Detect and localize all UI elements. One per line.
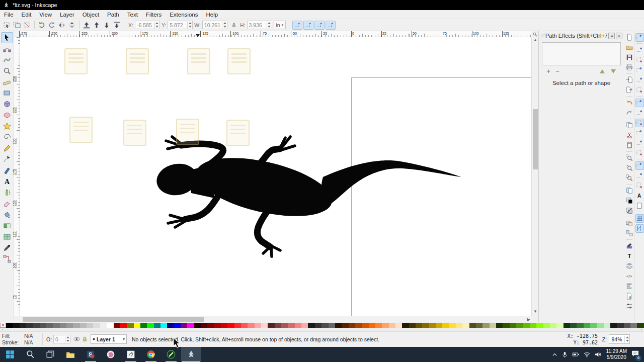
color-swatch[interactable] xyxy=(482,323,489,328)
color-swatch[interactable] xyxy=(637,323,643,328)
color-swatch[interactable] xyxy=(20,323,26,328)
color-swatch[interactable] xyxy=(536,323,543,328)
raise-to-top-icon[interactable] xyxy=(82,21,92,30)
duplicate-icon[interactable] xyxy=(625,187,634,195)
notification-center-icon[interactable]: 6 xyxy=(631,350,639,359)
export-icon[interactable] xyxy=(625,86,634,95)
color-swatch[interactable] xyxy=(570,323,577,328)
snap-path-intersections-icon[interactable] xyxy=(635,119,644,127)
snap-guides-icon[interactable] xyxy=(635,224,644,233)
color-swatch[interactable] xyxy=(114,323,120,328)
color-swatch[interactable] xyxy=(462,323,469,328)
fill-stroke-icon[interactable] xyxy=(625,242,634,250)
menu-path[interactable]: Path xyxy=(103,11,123,19)
taskbar-recorder-app-icon[interactable] xyxy=(161,347,181,362)
bucket-fill-tool[interactable] xyxy=(1,209,13,220)
lower-icon[interactable] xyxy=(102,21,112,30)
move-gradients-toggle-icon[interactable] xyxy=(314,21,325,30)
flip-vertical-icon[interactable] xyxy=(67,21,77,30)
canvas[interactable] xyxy=(20,37,531,316)
menu-filters[interactable]: Filters xyxy=(142,11,166,19)
color-swatch[interactable] xyxy=(107,323,113,328)
color-swatch[interactable] xyxy=(436,323,442,328)
ellipse-tool[interactable] xyxy=(1,110,13,121)
scroll-up-icon[interactable]: ▲ xyxy=(533,38,537,42)
color-swatch[interactable] xyxy=(160,323,167,328)
horizontal-ruler[interactable]: -275-250-225-200-175-150-125-100-75-50-2… xyxy=(20,31,531,37)
menu-help[interactable]: Help xyxy=(202,11,222,19)
snap-text-baseline-icon[interactable]: A xyxy=(635,192,644,200)
raise-icon[interactable] xyxy=(92,21,102,30)
color-swatch[interactable] xyxy=(422,323,429,328)
color-swatch[interactable] xyxy=(442,323,449,328)
color-swatch[interactable] xyxy=(503,323,509,328)
redo-icon[interactable] xyxy=(625,109,634,117)
color-swatch[interactable] xyxy=(93,323,100,328)
snap-smooth-nodes-icon[interactable] xyxy=(635,139,644,147)
open-icon[interactable] xyxy=(625,43,634,52)
color-swatch[interactable] xyxy=(510,323,516,328)
microphone-icon[interactable] xyxy=(562,351,568,358)
mesh-tool[interactable] xyxy=(1,231,13,242)
star-tool[interactable] xyxy=(1,121,13,132)
layers-dialog-icon[interactable] xyxy=(625,262,634,270)
color-swatch[interactable] xyxy=(281,323,288,328)
layer-lock-icon[interactable] xyxy=(82,336,88,342)
taskbar-paint-app-icon[interactable] xyxy=(101,347,121,362)
color-swatch[interactable] xyxy=(416,323,422,328)
color-swatch[interactable] xyxy=(147,323,153,328)
color-swatch[interactable] xyxy=(261,323,268,328)
taskbar-task-view-icon[interactable] xyxy=(40,347,60,362)
color-swatch[interactable] xyxy=(395,323,402,328)
scroll-down-icon[interactable]: ▼ xyxy=(533,309,537,314)
color-swatch[interactable] xyxy=(268,323,274,328)
battery-icon[interactable] xyxy=(572,352,579,357)
color-swatch[interactable] xyxy=(496,323,503,328)
node-editor-tool[interactable] xyxy=(1,43,13,54)
color-swatch[interactable] xyxy=(87,323,93,328)
menu-file[interactable]: File xyxy=(0,11,18,19)
color-swatch[interactable] xyxy=(402,323,409,328)
taskbar-windows-start-icon[interactable] xyxy=(0,347,20,362)
color-swatch[interactable] xyxy=(181,323,187,328)
import-icon[interactable] xyxy=(625,76,634,84)
copy-icon[interactable] xyxy=(625,121,634,130)
color-swatch[interactable] xyxy=(241,323,248,328)
dropper-tool[interactable] xyxy=(1,242,13,253)
group-icon[interactable] xyxy=(625,219,634,228)
color-swatch[interactable] xyxy=(275,323,281,328)
eraser-tool[interactable] xyxy=(1,198,13,209)
xml-editor-icon[interactable]: </> xyxy=(625,272,634,281)
color-swatch[interactable] xyxy=(409,323,416,328)
color-swatch[interactable] xyxy=(469,323,476,328)
volume-icon[interactable] xyxy=(595,351,601,357)
clone-icon[interactable] xyxy=(625,197,634,205)
menu-object[interactable]: Object xyxy=(78,11,103,19)
color-swatch[interactable] xyxy=(134,323,140,328)
color-swatch[interactable] xyxy=(26,323,33,328)
taskbar-search-icon[interactable] xyxy=(20,347,40,362)
color-swatch[interactable] xyxy=(362,323,368,328)
layer-visibility-icon[interactable] xyxy=(73,336,80,342)
fill-value[interactable]: N/A xyxy=(24,333,33,339)
selector-tool[interactable] xyxy=(1,32,13,43)
zoom-tool[interactable] xyxy=(1,65,13,76)
bezier-tool[interactable] xyxy=(1,154,13,165)
snap-nodes-icon[interactable] xyxy=(635,99,644,107)
snap-bbox-centers-icon[interactable] xyxy=(635,86,644,95)
color-swatch[interactable] xyxy=(201,323,207,328)
taskbar-clock[interactable]: 11:29 AM 5/9/2020 xyxy=(606,348,627,360)
new-document-icon[interactable] xyxy=(625,33,634,42)
color-swatch[interactable] xyxy=(73,323,79,328)
color-swatch[interactable] xyxy=(140,323,147,328)
units-dropdown[interactable]: in▾ xyxy=(274,21,286,29)
taskbar-chrome-icon[interactable] xyxy=(141,347,161,362)
unlink-clone-icon[interactable] xyxy=(625,207,634,215)
no-color-swatch[interactable]: X xyxy=(0,323,6,328)
color-swatch[interactable] xyxy=(80,323,87,328)
color-swatch[interactable] xyxy=(630,323,637,328)
snap-bbox-corners-icon[interactable] xyxy=(635,66,644,74)
taskbar-inkscape-icon[interactable] xyxy=(181,347,201,362)
color-swatch[interactable] xyxy=(174,323,181,328)
snap-rotation-centers-icon[interactable] xyxy=(635,182,644,190)
